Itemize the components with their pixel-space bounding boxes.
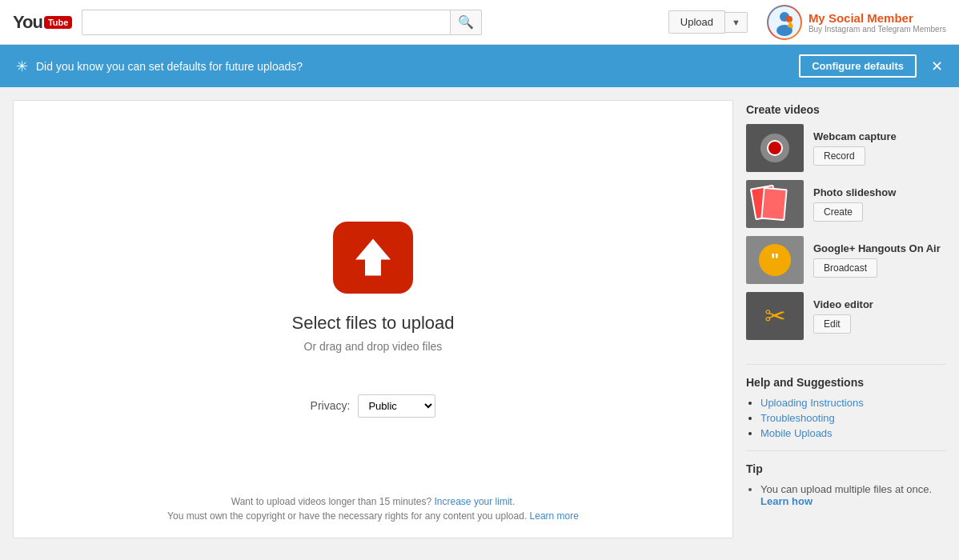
tip-section: Tip You can upload multiple files at onc… bbox=[746, 450, 946, 507]
upload-button[interactable]: Upload bbox=[668, 10, 725, 34]
chevron-down-icon: ▼ bbox=[732, 18, 740, 27]
brand-name: My Social Member bbox=[809, 11, 946, 25]
search-input[interactable] bbox=[82, 10, 450, 35]
search-bar: 🔍 bbox=[82, 10, 482, 35]
learn-more-link[interactable]: Learn more bbox=[530, 510, 579, 522]
list-item: " Google+ Hangouts On Air Broadcast bbox=[746, 236, 946, 284]
mobile-uploads-link[interactable]: Mobile Uploads bbox=[760, 427, 833, 439]
webcam-info: Webcam capture Record bbox=[813, 130, 897, 166]
increase-limit-link[interactable]: Increase your limit. bbox=[435, 496, 516, 507]
upload-area[interactable]: Select files to upload Or drag and drop … bbox=[13, 100, 733, 538]
tip-text: You can upload multiple files at once. L… bbox=[760, 483, 946, 507]
troubleshooting-link[interactable]: Troubleshooting bbox=[760, 412, 835, 424]
brand-text: My Social Member Buy Instagram and Teleg… bbox=[809, 11, 946, 34]
list-item: Photo slideshow Create bbox=[746, 180, 946, 228]
upload-footer: Want to upload videos longer than 15 min… bbox=[14, 496, 732, 525]
upload-limit-text: Want to upload videos longer than 15 min… bbox=[30, 496, 716, 507]
header: You Tube 🔍 Upload ▼ My Social Member bbox=[0, 0, 959, 45]
uploading-instructions-link[interactable]: Uploading Instructions bbox=[760, 397, 864, 409]
webcam-thumbnail bbox=[746, 124, 804, 172]
list-item: ✂ Video editor Edit bbox=[746, 292, 946, 340]
webcam-inner bbox=[760, 134, 789, 162]
slideshow-thumbnail bbox=[746, 180, 804, 228]
upload-subtitle: Or drag and drop video files bbox=[304, 340, 443, 353]
editor-info: Video editor Edit bbox=[813, 298, 873, 334]
record-button[interactable]: Record bbox=[813, 146, 865, 166]
list-item: Troubleshooting bbox=[760, 412, 946, 424]
yt-box: Tube bbox=[44, 16, 72, 29]
privacy-select[interactable]: Public Unlisted Private bbox=[358, 394, 435, 418]
create-videos-title: Create videos bbox=[746, 103, 946, 116]
slideshow-name: Photo slideshow bbox=[813, 186, 896, 198]
privacy-label: Privacy: bbox=[311, 399, 351, 412]
scissors-icon: ✂ bbox=[764, 301, 786, 331]
upload-title: Select files to upload bbox=[291, 313, 454, 334]
list-item: Webcam capture Record bbox=[746, 124, 946, 172]
broadcast-button[interactable]: Broadcast bbox=[813, 258, 877, 278]
banner-text: Did you know you can set defaults for fu… bbox=[36, 60, 791, 73]
info-banner: ✳ Did you know you can set defaults for … bbox=[0, 45, 959, 87]
upload-icon bbox=[333, 222, 413, 294]
slideshow-info: Photo slideshow Create bbox=[813, 186, 896, 222]
create-videos-grid: Webcam capture Record Photo slideshow Cr… bbox=[746, 124, 946, 348]
webcam-record-dot bbox=[767, 140, 783, 156]
help-section: Help and Suggestions Uploading Instructi… bbox=[746, 364, 946, 442]
upload-btn-group: Upload ▼ bbox=[668, 10, 748, 34]
hangouts-info: Google+ Hangouts On Air Broadcast bbox=[813, 242, 941, 278]
privacy-row: Privacy: Public Unlisted Private bbox=[311, 394, 436, 418]
yt-text: You bbox=[13, 12, 42, 33]
edit-button[interactable]: Edit bbox=[813, 314, 851, 334]
upload-copyright-text: You must own the copyright or have the n… bbox=[30, 510, 716, 522]
list-item: Mobile Uploads bbox=[760, 427, 946, 439]
create-button[interactable]: Create bbox=[813, 202, 863, 222]
editor-thumbnail: ✂ bbox=[746, 292, 804, 340]
brand-avatar bbox=[767, 5, 802, 40]
youtube-logo[interactable]: You Tube bbox=[13, 12, 72, 33]
help-title: Help and Suggestions bbox=[746, 376, 946, 389]
search-icon: 🔍 bbox=[458, 14, 474, 30]
help-links-list: Uploading Instructions Troubleshooting M… bbox=[746, 397, 946, 439]
configure-defaults-button[interactable]: Configure defaults bbox=[799, 54, 917, 78]
slide-card-2 bbox=[760, 187, 787, 221]
tip-title: Tip bbox=[746, 462, 946, 475]
svg-marker-4 bbox=[355, 238, 391, 275]
main-content: Select files to upload Or drag and drop … bbox=[0, 87, 959, 551]
brand-tagline: Buy Instagram and Telegram Members bbox=[809, 25, 946, 34]
sidebar: Create videos Webcam capture Record bbox=[746, 100, 946, 538]
learn-how-link[interactable]: Learn how bbox=[760, 495, 946, 507]
search-button[interactable]: 🔍 bbox=[450, 10, 482, 35]
hangouts-quote-icon: " bbox=[771, 250, 779, 270]
banner-close-button[interactable]: ✕ bbox=[931, 58, 943, 75]
editor-name: Video editor bbox=[813, 298, 873, 310]
hangouts-name: Google+ Hangouts On Air bbox=[813, 242, 941, 254]
upload-dropdown-button[interactable]: ▼ bbox=[725, 12, 748, 33]
upload-arrow-svg bbox=[349, 234, 397, 282]
webcam-name: Webcam capture bbox=[813, 130, 897, 142]
hangouts-bubble: " bbox=[759, 244, 791, 276]
banner-star-icon: ✳ bbox=[16, 58, 28, 75]
list-item: Uploading Instructions bbox=[760, 397, 946, 409]
hangouts-thumbnail: " bbox=[746, 236, 804, 284]
tip-list: You can upload multiple files at once. L… bbox=[746, 483, 946, 507]
brand-logo: My Social Member Buy Instagram and Teleg… bbox=[767, 5, 946, 40]
